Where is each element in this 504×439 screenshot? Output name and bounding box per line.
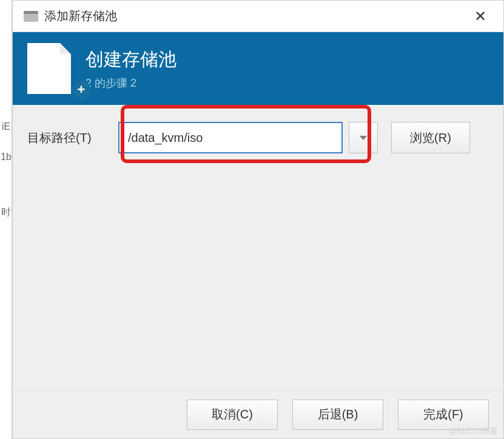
target-path-label: 目标路径(T) [27, 130, 118, 146]
plus-glyph: + [78, 82, 86, 98]
add-storage-pool-dialog: 添加新存储池 ✕ + 创建存储池 2 的步骤 2 目标路径(T) 浏览(R) 取… [12, 0, 504, 439]
close-button[interactable]: ✕ [468, 4, 492, 28]
background-text-fragment: 1b [0, 152, 12, 163]
cancel-button[interactable]: 取消(C) [187, 400, 278, 430]
document-icon [27, 43, 71, 94]
wizard-banner: + 创建存储池 2 的步骤 2 [13, 32, 503, 105]
dialog-content: 目标路径(T) 浏览(R) [13, 105, 503, 390]
target-path-input[interactable] [118, 122, 343, 153]
wizard-step-label: 2 的步骤 2 [86, 76, 176, 90]
target-path-row: 目标路径(T) 浏览(R) [27, 122, 489, 153]
background-text-fragment: iE [0, 121, 12, 132]
target-path-dropdown-toggle[interactable] [349, 122, 378, 153]
banner-titles: 创建存储池 2 的步骤 2 [86, 47, 176, 90]
watermark-text: @51CTO博客 [449, 426, 498, 437]
plus-badge-icon: + [72, 81, 90, 99]
browse-button[interactable]: 浏览(R) [391, 122, 470, 153]
back-button[interactable]: 后退(B) [292, 400, 383, 430]
wizard-title: 创建存储池 [86, 47, 176, 72]
background-window-slice: iE 1b 时 [0, 0, 12, 439]
chevron-down-icon [360, 136, 367, 140]
close-icon: ✕ [474, 8, 486, 25]
dialog-titlebar: 添加新存储池 ✕ [13, 1, 503, 32]
finish-button[interactable]: 完成(F) [398, 400, 489, 430]
dialog-title: 添加新存储池 [44, 8, 468, 24]
app-icon [24, 11, 38, 22]
background-text-fragment: 时 [0, 206, 12, 219]
dialog-footer: 取消(C) 后退(B) 完成(F) [13, 390, 503, 438]
